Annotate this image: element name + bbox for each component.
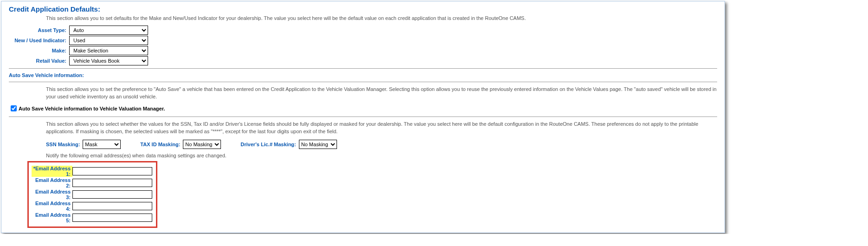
- auto-save-description: This section allows you to set the prefe…: [4, 85, 722, 103]
- label-retail-value: Retail Value:: [9, 58, 69, 64]
- select-ssn-masking[interactable]: Mask: [83, 140, 121, 149]
- input-email-2[interactable]: [72, 179, 152, 187]
- label-tax-masking: TAX ID Masking:: [140, 142, 180, 147]
- input-email-3[interactable]: [72, 190, 152, 199]
- select-dl-masking[interactable]: No Masking: [299, 140, 337, 149]
- select-new-used[interactable]: Used: [69, 36, 148, 45]
- row-new-used: New / Used Indicator: Used: [4, 36, 722, 45]
- masking-description: This section allows you to select whethe…: [4, 120, 722, 138]
- email-row-2: Email Address 2:: [32, 177, 153, 188]
- masking-row: SSN Masking: Mask TAX ID Masking: No Mas…: [4, 138, 722, 152]
- label-make: Make:: [9, 48, 69, 53]
- input-email-1[interactable]: [72, 167, 152, 175]
- email-row-5: Email Address 5:: [32, 212, 153, 223]
- auto-save-checkbox-label: Auto Save Vehicle information to Vehicle…: [19, 106, 165, 111]
- select-asset-type[interactable]: Auto: [69, 26, 148, 35]
- divider: [9, 68, 717, 69]
- divider: [9, 82, 717, 82]
- select-tax-masking[interactable]: No Masking: [183, 140, 221, 149]
- label-email-1: *Email Address 1:: [32, 166, 72, 177]
- label-email-5: Email Address 5:: [32, 212, 72, 223]
- email-row-4: Email Address 4:: [32, 201, 153, 212]
- label-email-4: Email Address 4:: [32, 201, 72, 212]
- input-email-4[interactable]: [72, 202, 152, 210]
- label-asset-type: Asset Type:: [9, 27, 69, 33]
- row-make: Make: Make Selection: [4, 46, 722, 55]
- label-email-3: Email Address 3:: [32, 189, 72, 200]
- settings-panel: Credit Application Defaults: This sectio…: [1, 1, 725, 233]
- email-row-1: *Email Address 1:: [32, 166, 153, 177]
- row-asset-type: Asset Type: Auto: [4, 26, 722, 35]
- auto-save-title: Auto Save Vehicle information:: [4, 71, 722, 79]
- email-block: *Email Address 1: Email Address 2: Email…: [27, 161, 157, 228]
- divider: [9, 117, 717, 117]
- label-new-used: New / Used Indicator:: [9, 38, 69, 43]
- input-email-5[interactable]: [72, 214, 152, 222]
- label-dl-masking: Driver's Lic.# Masking:: [240, 142, 296, 147]
- select-make[interactable]: Make Selection: [69, 46, 148, 55]
- auto-save-checkbox-row: Auto Save Vehicle information to Vehicle…: [4, 103, 722, 114]
- notify-text: Notify the following email address(es) w…: [4, 152, 722, 161]
- label-email-2: Email Address 2:: [32, 177, 72, 188]
- auto-save-checkbox[interactable]: [11, 105, 17, 111]
- row-retail-value: Retail Value: Vehicle Values Book: [4, 56, 722, 65]
- header-description: This section allows you to set defaults …: [4, 14, 722, 25]
- email-row-3: Email Address 3:: [32, 189, 153, 200]
- label-ssn-masking: SSN Masking:: [46, 142, 80, 147]
- page-title: Credit Application Defaults:: [4, 3, 722, 14]
- select-retail-value[interactable]: Vehicle Values Book: [69, 56, 148, 65]
